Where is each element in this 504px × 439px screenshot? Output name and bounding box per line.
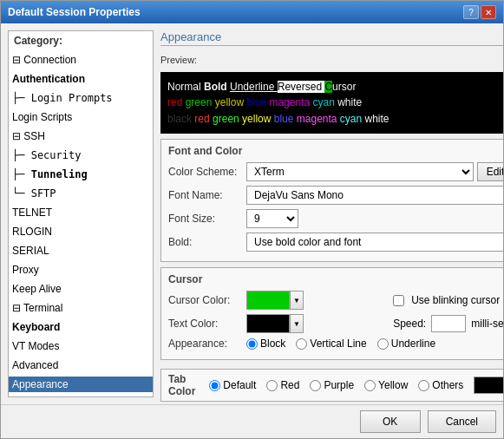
font-size-select[interactable]: 8 9 10 11 12 — [246, 209, 298, 228]
tree-item-vt-modes[interactable]: VT Modes — [9, 337, 153, 356]
text-color-label: Text Color: — [168, 318, 246, 330]
edit-button[interactable]: Edit... — [477, 162, 503, 181]
blink-checkbox[interactable] — [393, 295, 404, 306]
category-label: Category: — [9, 31, 153, 50]
tree-item-advanced-terminal[interactable]: Advanced — [9, 356, 153, 375]
main-window: Default Session Properties ? ✕ Category:… — [0, 0, 504, 439]
blink-control: Use blinking cursor — [376, 294, 503, 306]
tab-red-text: Red — [280, 379, 299, 391]
ok-button[interactable]: OK — [360, 410, 421, 433]
tree-item-telnet[interactable]: TELNET — [9, 203, 153, 222]
tab-default-label[interactable]: Default — [209, 379, 256, 391]
vertical-line-radio[interactable] — [296, 338, 307, 350]
underline-radio-label[interactable]: Underline — [377, 337, 435, 350]
tree-item-keep-alive[interactable]: Keep Alive — [9, 279, 153, 298]
tab-yellow-text: Yellow — [378, 379, 408, 391]
text-color-swatch[interactable] — [246, 314, 290, 333]
preview-black: black — [167, 113, 194, 125]
appearance-row: Appearance: Block Vertical Line Under — [168, 337, 503, 350]
tab-red-radio[interactable] — [266, 380, 278, 391]
tree-item-margins[interactable]: └─ Margins — [9, 394, 153, 397]
color-scheme-control: XTerm VGA Solarized Custom Edit... — [246, 162, 503, 181]
tree-item-proxy[interactable]: Proxy — [9, 260, 153, 279]
preview-red-1: red — [167, 96, 186, 108]
text-color-row: Text Color: ▼ Speed: milli-sec. — [168, 314, 503, 333]
section-title: Appearance — [160, 30, 503, 46]
tab-red-label[interactable]: Red — [266, 379, 299, 391]
right-panel: Appearance Preview: Normal Bold Underlin… — [160, 30, 503, 397]
tree-item-keyboard[interactable]: Keyboard — [9, 318, 153, 337]
tree-item-login-prompts[interactable]: ├─ Login Prompts — [9, 88, 153, 108]
tree-item-tunneling[interactable]: ├─ Tunneling — [9, 165, 153, 184]
cursor-color-row: Cursor Color: ▼ Use blinking cursor — [168, 291, 503, 310]
preview-line-2: red green yellow blue magenta cyan white — [167, 95, 503, 111]
underline-radio[interactable] — [377, 338, 389, 350]
tree-item-rlogin[interactable]: RLOGIN — [9, 222, 153, 241]
preview-label: Preview: — [160, 55, 503, 65]
help-button[interactable]: ? — [463, 5, 479, 19]
appearance-radio-group: Block Vertical Line Underline — [246, 337, 503, 350]
cursor-color-swatch[interactable] — [246, 291, 290, 310]
tab-others-radio[interactable] — [418, 380, 429, 391]
bold-control: Use bold color and font Use bold font on… — [246, 233, 503, 252]
tree-item-appearance[interactable]: Appearance — [9, 375, 153, 394]
cancel-button[interactable]: Cancel — [428, 410, 496, 433]
preview-blue-1: blue — [246, 96, 269, 108]
tree-item-login-scripts[interactable]: Login Scripts — [9, 108, 153, 127]
preview-white-1: white — [337, 96, 362, 108]
cursor-group: Cursor Cursor Color: ▼ Use blinking curs… — [160, 267, 503, 360]
tab-others-label[interactable]: Others — [418, 379, 463, 391]
tab-others-swatch[interactable] — [474, 377, 503, 394]
preview-green-2: green — [213, 113, 242, 125]
tree-item-connection[interactable]: ⊟ Connection — [9, 50, 153, 69]
font-size-control: 8 9 10 11 12 — [246, 209, 503, 228]
cursor-color-control: ▼ — [246, 291, 376, 310]
tab-default-text: Default — [223, 379, 256, 391]
bottom-bar: OK Cancel — [1, 404, 503, 438]
font-name-label: Font Name: — [168, 189, 246, 201]
underline-label: Underline — [391, 337, 435, 350]
title-bar: Default Session Properties ? ✕ — [1, 1, 503, 23]
preview-magenta-1: magenta — [269, 96, 312, 108]
block-radio[interactable] — [246, 338, 258, 350]
cursor-color-dropdown[interactable]: ▼ — [290, 291, 304, 310]
color-scheme-select[interactable]: XTerm VGA Solarized Custom — [246, 162, 474, 181]
tab-yellow-label[interactable]: Yellow — [364, 379, 408, 391]
preview-cursor-rest: ursor — [332, 81, 356, 93]
color-scheme-label: Color Scheme: — [168, 166, 246, 178]
block-radio-label[interactable]: Block — [246, 337, 285, 350]
bold-label: Bold: — [168, 236, 246, 248]
font-name-select[interactable]: DejaVu Sans Mono Courier New Consolas — [246, 186, 503, 205]
font-size-label: Font Size: — [168, 213, 246, 225]
text-color-dropdown[interactable]: ▼ — [290, 314, 304, 333]
tab-yellow-radio[interactable] — [364, 380, 376, 391]
tree-item-terminal[interactable]: ⊟ Terminal — [9, 298, 153, 318]
tab-purple-text: Purple — [324, 379, 354, 391]
tab-color-title: Tab Color — [168, 373, 195, 397]
appearance-label: Appearance: — [168, 337, 246, 350]
tab-default-radio[interactable] — [209, 380, 220, 391]
font-size-row: Font Size: 8 9 10 11 12 — [168, 209, 503, 228]
vertical-line-radio-label[interactable]: Vertical Line — [296, 337, 366, 350]
preview-green-1: green — [186, 96, 215, 108]
cursor-title: Cursor — [168, 273, 503, 285]
preview-yellow-1: yellow — [215, 96, 247, 108]
tree-item-ssh[interactable]: ⊟ SSH — [9, 127, 153, 146]
speed-unit: milli-sec. — [471, 318, 503, 330]
block-label: Block — [260, 337, 285, 350]
tab-purple-radio[interactable] — [310, 380, 321, 391]
font-color-title: Font and Color — [168, 145, 503, 157]
tree-item-sftp[interactable]: └─ SFTP — [9, 184, 153, 203]
tree-item-authentication[interactable]: Authentication — [9, 69, 153, 88]
tab-purple-label[interactable]: Purple — [310, 379, 354, 391]
preview-bold: Bold — [204, 81, 230, 93]
tree-item-serial[interactable]: SERIAL — [9, 241, 153, 260]
blink-label[interactable]: Use blinking cursor — [411, 294, 500, 306]
preview-cursor-char: C — [324, 81, 332, 93]
speed-input[interactable] — [431, 315, 466, 332]
bold-select[interactable]: Use bold color and font Use bold font on… — [246, 233, 503, 252]
close-button[interactable]: ✕ — [481, 5, 496, 19]
category-tree: Category: ⊟ Connection Authentication ├─… — [8, 30, 154, 397]
tree-item-security[interactable]: ├─ Security — [9, 146, 153, 165]
tab-color-row: Tab Color Default Red Purple — [168, 373, 503, 397]
